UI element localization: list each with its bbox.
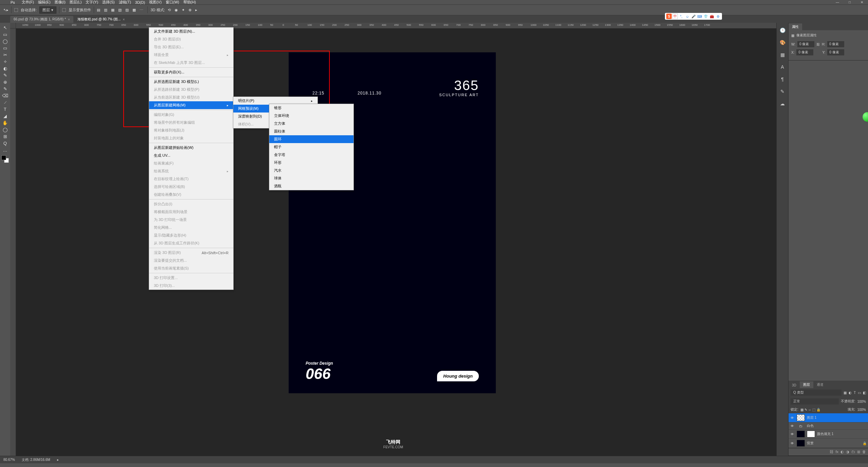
menu-item[interactable]: 环形 [269,159,354,167]
color-swatch[interactable] [1,155,9,163]
menu-file[interactable]: 文件(F) [20,0,36,5]
menu-item[interactable]: 从文件新建 3D 图层(N)... [149,28,233,35]
menu-item[interactable]: 圆环 [269,135,354,143]
menu-view[interactable]: 视图(V) [147,0,164,5]
ime-settings-icon[interactable]: ⚙ [715,14,721,19]
menu-item[interactable]: 酒瓶 [269,182,354,190]
link-dimensions-icon[interactable]: ⛓ [816,42,820,46]
ime-mic-icon[interactable]: 🎤 [691,14,696,19]
ime-punct-icon[interactable]: °, [679,14,684,19]
ime-toolbar[interactable]: S 中 °, ☺ 🎤 ⌨ 👕 🧰 ⚙ [665,13,722,20]
auto-select-target[interactable]: 图层▾ [39,6,56,14]
menu-3d[interactable]: 3D(D) [133,0,147,5]
filter-smart-icon[interactable]: ◧ [863,391,866,395]
libraries-panel-icon[interactable]: ☁ [778,100,786,108]
history-brush-tool[interactable]: ✎ [1,85,10,92]
lock-icons[interactable]: ▦ ✎ ↔ ⬚ 🔒 [800,408,820,412]
menu-filter[interactable]: 滤镜(T) [117,0,133,5]
brush-tool[interactable]: ✎ [1,72,10,79]
layer-mask-thumbnail[interactable] [807,431,815,437]
auto-select-checkbox[interactable] [14,8,18,12]
menu-item[interactable]: 从所选图层新建 3D 模型(L) [149,78,233,86]
height-value[interactable]: 0 像素 [827,41,844,47]
status-arrow-icon[interactable]: ▸ [57,458,59,462]
document-tab-1[interactable]: 66.psd @ 73.9% (椭圆 1, RGB/8) * × [10,16,73,23]
layer-visibility-icon[interactable]: 👁 [790,442,795,445]
layer-name[interactable]: 图层 1 [807,415,816,420]
document-size[interactable]: 文档 :2.86M/16.6M [22,457,50,462]
layer-row[interactable]: 👁🗀白色 [789,422,868,430]
pen-tool[interactable]: ◢ [1,113,10,119]
close-icon[interactable]: × [68,18,70,21]
layer-filter-kind[interactable]: Q 类型 [791,390,842,396]
layer-visibility-icon[interactable]: 👁 [790,416,795,420]
width-value[interactable]: 0 像素 [797,41,814,47]
layer-name[interactable]: 颜色填充 1 [817,432,833,436]
align-icons[interactable]: ▤ ▥ ▦ ▧ ▨ ▩ ⋯ [97,8,145,12]
window-maximize[interactable]: □ [844,0,856,4]
layer-style-icon[interactable]: fx [835,450,838,454]
delete-layer-icon[interactable]: 🗑 [862,450,866,454]
ruler-horizontal[interactable]: 1050100095090085080075070065060055050045… [16,23,776,29]
menu-item[interactable]: 从图层新建网格(M) [149,101,233,109]
menu-item[interactable]: 生成 UV... [149,152,233,159]
menu-item[interactable]: 球体 [269,174,354,182]
frame-tool[interactable]: ✂ [1,51,10,58]
menu-layer[interactable]: 图层(L) [68,0,84,5]
menu-image[interactable]: 图像(I) [53,0,68,5]
link-layers-icon[interactable]: ⛓ [830,450,833,454]
blend-mode-select[interactable]: 正常 [791,398,839,404]
menu-item[interactable]: 圆柱体 [269,127,354,135]
menu-item[interactable]: 从图层新建拼贴绘画(W) [149,144,233,152]
marquee-tool[interactable]: ▭ [1,31,10,38]
panel-tab-3d[interactable]: 3D [789,382,800,388]
menu-3d-mesh-preset-submenu[interactable]: 锥形立体环绕立方体圆柱体圆环帽子金字塔环形汽水球体酒瓶 [269,104,354,190]
panel-tab-layers[interactable]: 图层 [800,381,813,388]
fill-value[interactable]: 100% [857,408,866,412]
crop-tool[interactable]: ▭ [1,45,10,51]
canvas-viewport[interactable]: 1050100095090085080075070065060055050045… [10,23,776,456]
ime-emoji-icon[interactable]: ☺ [685,14,690,19]
menu-window[interactable]: 窗口(W) [164,0,181,5]
filter-pixel-icon[interactable]: ▦ [844,391,847,395]
layer-thumbnail[interactable] [797,414,805,421]
document-tab-2[interactable]: 海报教程.psd @ 80.7% (图... × [74,16,128,23]
zoom-level[interactable]: 80.67% [3,458,15,462]
properties-tab[interactable]: 属性 [789,23,802,30]
layer-name[interactable]: 白色 [807,423,814,428]
zoom-tool[interactable]: Q [1,140,10,146]
close-icon[interactable]: × [123,18,125,21]
layer-mask-icon[interactable]: ◐ [840,450,844,454]
edit-toolbar[interactable]: … [1,146,10,153]
menu-item[interactable]: 汽水 [269,167,354,174]
eyedropper-tool[interactable]: ✧ [1,58,10,65]
menu-item[interactable]: 金字塔 [269,151,354,159]
menu-help[interactable]: 帮助(H) [181,0,198,5]
menu-3d-dropdown[interactable]: 从文件新建 3D 图层(N)...合并 3D 图层(D)导出 3D 图层(E).… [149,27,234,290]
x-value[interactable]: 0 像素 [796,49,813,55]
shape-tool[interactable]: ◯ [1,126,10,133]
layer-name[interactable]: 背景 [807,441,814,446]
move-tool-icon[interactable]: ↖▸ [3,8,8,12]
ime-toolbox-icon[interactable]: 🧰 [709,14,715,19]
layer-thumbnail[interactable] [797,440,805,447]
layer-visibility-icon[interactable]: 👁 [790,432,795,436]
y-value[interactable]: 0 像素 [827,49,844,55]
mode-3d-icons[interactable]: ⟲ ◉ ✦ ⊕ ▸ [168,8,199,12]
ime-skin-icon[interactable]: 👕 [703,14,708,19]
window-close[interactable]: ✕ [856,0,868,4]
layer-visibility-icon[interactable]: 👁 [790,424,795,428]
new-layer-icon[interactable]: ⊞ [857,450,860,454]
history-panel-icon[interactable]: 🕑 [778,26,786,34]
show-transform-checkbox[interactable] [62,8,66,12]
ime-keyboard-icon[interactable]: ⌨ [697,14,702,19]
ruler-origin[interactable] [10,23,16,29]
character-panel-icon[interactable]: A [778,63,786,71]
menu-item[interactable]: 立方体 [269,120,354,127]
layer-group-icon[interactable]: 🗀 [851,450,855,454]
menu-item[interactable]: 锥形 [269,104,354,112]
stamp-tool[interactable]: ⊕ [1,79,10,85]
lasso-tool[interactable]: ◯ [1,38,10,45]
foreground-color[interactable] [1,155,6,160]
menu-type[interactable]: 文字(Y) [84,0,100,5]
